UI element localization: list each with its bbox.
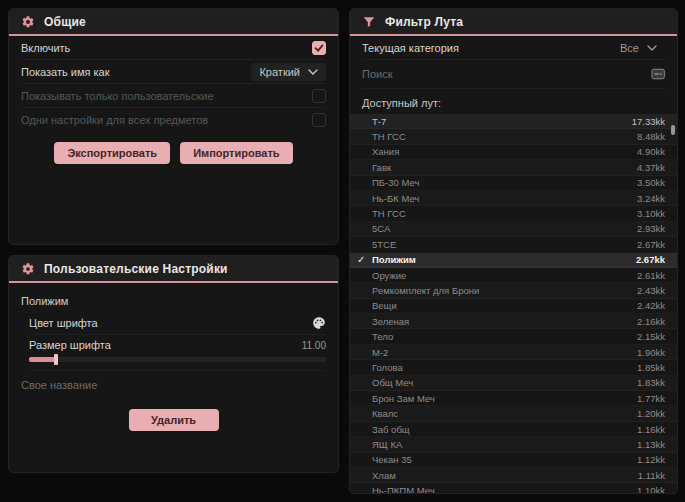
import-button[interactable]: Импортировать <box>180 142 292 164</box>
selected-item-name: Полижим <box>9 283 338 311</box>
general-panel: Общие Включить Показать имя как Краткий … <box>8 8 339 245</box>
loot-row[interactable]: ✓ Чекан 35 1.12kk <box>350 453 677 468</box>
loot-row[interactable]: ✓ М-2 1.90kk <box>350 345 677 360</box>
loot-row[interactable]: ✓ 5ТСЕ 2.67kk <box>350 237 677 252</box>
loot-row[interactable]: ✓ Общ Меч 1.83kk <box>350 376 677 391</box>
display-name-row: Показать имя как Краткий <box>21 60 326 84</box>
loot-item-value: 1.20kk <box>637 408 665 419</box>
loot-item-value: 2.43kk <box>637 285 665 296</box>
loot-row[interactable]: ✓ Т-7 17.33kk <box>350 114 677 129</box>
loot-item-name: Брон Зам Меч <box>372 393 435 404</box>
enable-checkbox[interactable] <box>312 41 326 55</box>
loot-item-name: Заб общ <box>372 424 410 435</box>
loot-item-value: 1.13kk <box>637 439 665 450</box>
loot-item-value: 3.50kk <box>637 177 665 188</box>
loot-item-value: 2.67kk <box>636 254 665 265</box>
loot-item-name: ТН ГСС <box>372 131 406 142</box>
loot-filter-panel: Фильтр Лута Текущая категория Все Доступ… <box>349 8 678 494</box>
loot-filter-panel-header: Фильтр Лута <box>350 9 677 36</box>
loot-item-value: 3.24kk <box>637 193 665 204</box>
loot-item-value: 4.90kk <box>637 146 665 157</box>
loot-row[interactable]: ✓ 5СА 2.93kk <box>350 222 677 237</box>
loot-row[interactable]: ✓ Тело 2.15kk <box>350 329 677 344</box>
single-settings-checkbox[interactable] <box>312 113 326 127</box>
loot-item-name: Гавк <box>372 162 391 173</box>
font-size-label: Размер шрифта <box>29 339 111 351</box>
loot-item-name: ПБ-30 Меч <box>372 177 419 188</box>
search-options-icon[interactable] <box>651 68 665 80</box>
loot-row[interactable]: ✓ Нь-БК Меч 3.24kk <box>350 191 677 206</box>
loot-filter-panel-title: Фильтр Лута <box>385 15 463 29</box>
custom-name-row <box>21 371 326 399</box>
loot-list: ✓ Т-7 17.33kk ✓ ТН ГСС 8.48kk ✓ Хания 4.… <box>350 114 677 494</box>
font-color-label: Цвет шрифта <box>29 317 98 329</box>
category-dropdown[interactable]: Все <box>612 39 665 57</box>
category-label: Текущая категория <box>362 42 459 54</box>
chevron-down-icon <box>308 69 318 75</box>
loot-list-scrollbar[interactable] <box>671 117 675 489</box>
scrollbar-thumb[interactable] <box>671 125 675 135</box>
loot-row[interactable]: ✓ Вещи 2.42kk <box>350 299 677 314</box>
loot-row[interactable]: ✓ ТН ГСС 8.48kk <box>350 129 677 144</box>
loot-row[interactable]: ✓ ТН ГСС 3.10kk <box>350 206 677 221</box>
display-name-dropdown[interactable]: Краткий <box>251 63 326 81</box>
show-custom-only-checkbox[interactable] <box>312 89 326 103</box>
single-settings-row: Одни настройки для всех предметов <box>21 108 326 132</box>
loot-row[interactable]: ✓ Брон Зам Меч 1.77kk <box>350 391 677 406</box>
display-name-value: Краткий <box>259 66 300 78</box>
show-custom-only-label: Показывать только пользовательские <box>21 90 214 102</box>
check-icon <box>314 43 324 53</box>
loot-item-value: 1.90kk <box>637 347 665 358</box>
user-settings-panel: Пользовательские Настройки Полижим Цвет … <box>8 255 339 473</box>
loot-item-value: 4.37kk <box>637 162 665 173</box>
general-panel-title: Общие <box>44 15 86 29</box>
export-button[interactable]: Экспортировать <box>54 142 170 164</box>
loot-item-value: 2.93kk <box>637 223 665 234</box>
loot-item-value: 2.15kk <box>637 331 665 342</box>
loot-row[interactable]: ✓ ПБ-30 Меч 3.50kk <box>350 176 677 191</box>
chevron-down-icon <box>647 45 657 51</box>
loot-row[interactable]: ✓ Зеленая 2.16kk <box>350 314 677 329</box>
available-loot-label: Доступный лут: <box>350 89 677 114</box>
loot-row[interactable]: ✓ Квалс 1.20kk <box>350 406 677 421</box>
category-value: Все <box>620 42 639 54</box>
search-input[interactable] <box>362 60 651 88</box>
row-check-icon: ✓ <box>357 254 365 265</box>
palette-icon[interactable] <box>312 316 326 330</box>
loot-item-value: 1.11kk <box>638 470 665 481</box>
user-settings-panel-title: Пользовательские Настройки <box>44 262 228 276</box>
loot-row[interactable]: ✓ Хания 4.90kk <box>350 145 677 160</box>
loot-row[interactable]: ✓ Ремкомплект для Брони 2.43kk <box>350 283 677 298</box>
loot-item-name: Нь-БК Меч <box>372 193 419 204</box>
slider-handle[interactable] <box>54 354 58 365</box>
loot-row[interactable]: ✓ Заб общ 1.16kk <box>350 422 677 437</box>
loot-row[interactable]: ✓ Оружие 2.61kk <box>350 268 677 283</box>
loot-item-name: Т-7 <box>372 116 386 127</box>
font-color-row: Цвет шрифта <box>29 311 326 335</box>
loot-row[interactable]: ✓ Гавк 4.37kk <box>350 160 677 175</box>
loot-row[interactable]: ✓ ЯЩ КА 1.13kk <box>350 437 677 452</box>
loot-item-name: 5СА <box>372 223 390 234</box>
delete-button[interactable]: Удалить <box>129 409 219 431</box>
loot-item-value: 2.42kk <box>637 300 665 311</box>
loot-item-name: Голова <box>372 362 403 373</box>
loot-row[interactable]: ✓ Нь-ПКПМ Меч 1.10kk <box>350 483 677 494</box>
funnel-icon <box>362 15 376 29</box>
display-name-label: Показать имя как <box>21 66 110 78</box>
loot-row[interactable]: ✓ Голова 1.85kk <box>350 360 677 375</box>
user-settings-panel-header: Пользовательские Настройки <box>9 256 338 283</box>
custom-name-input[interactable] <box>21 371 326 399</box>
font-size-row: Размер шрифта 11.00 <box>29 335 326 371</box>
loot-item-name: Квалс <box>372 408 398 419</box>
loot-item-value: 2.16kk <box>637 316 665 327</box>
loot-item-name: Оружие <box>372 270 406 281</box>
loot-item-value: 1.83kk <box>637 377 665 388</box>
show-custom-only-row: Показывать только пользовательские <box>21 84 326 108</box>
loot-item-name: Чекан 35 <box>372 454 412 465</box>
enable-row: Включить <box>21 36 326 60</box>
loot-item-name: Нь-ПКПМ Меч <box>372 485 435 494</box>
font-size-slider[interactable] <box>29 357 326 362</box>
loot-row[interactable]: ✓ Полижим 2.67kk <box>350 253 677 268</box>
loot-row[interactable]: ✓ Хлам 1.11kk <box>350 468 677 483</box>
loot-item-name: Хлам <box>372 470 396 481</box>
